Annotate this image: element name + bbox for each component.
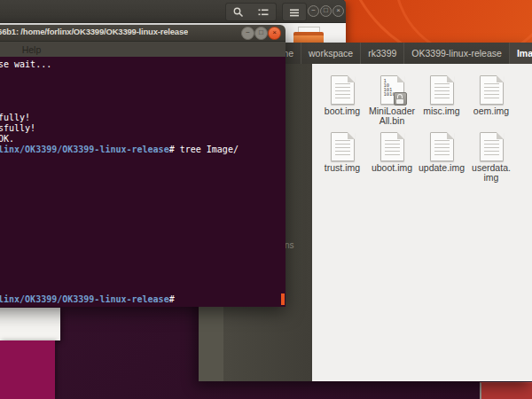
- window-fragment-red: [480, 382, 532, 399]
- document-file-icon: [331, 75, 355, 105]
- minimize-button[interactable]: −: [308, 5, 319, 17]
- document-file-icon: [480, 132, 504, 161]
- terminal-titlebar[interactable]: 566b1: /home/forlinx/OK3399/OK3399-linux…: [0, 25, 286, 42]
- file-oem.img[interactable]: oem.img: [466, 75, 516, 132]
- breadcrumb-image[interactable]: Image: [510, 43, 532, 64]
- desktop: − □ × Homeworkspacerk3399OK3399-linux-re…: [0, 0, 532, 399]
- terminal-output: se wait... fully!sfully!OK.linx/OK3399/O…: [0, 57, 286, 155]
- file-uboot.img[interactable]: uboot.img: [367, 132, 417, 189]
- list-view-button[interactable]: [251, 3, 277, 21]
- file-label: userdata.img: [466, 163, 516, 183]
- window-fragment-white: [0, 308, 60, 340]
- file-label: update.img: [417, 163, 466, 173]
- binary-file-icon: 1 10 101 1010: [380, 75, 404, 105]
- terminal-scrollbar-thumb[interactable]: [281, 293, 285, 305]
- breadcrumb-rk3399[interactable]: rk3399: [361, 43, 404, 64]
- document-file-icon: [430, 75, 454, 105]
- hamburger-menu-icon: [288, 6, 301, 19]
- document-file-icon: [380, 132, 404, 161]
- file-label: misc.img: [417, 106, 466, 116]
- rear-filemanager-headerbar[interactable]: − □ ×: [0, 0, 346, 23]
- file-label: trust.img: [317, 163, 367, 173]
- terminal-window: 566b1: /home/forlinx/OK3399/OK3399-linux…: [0, 25, 286, 306]
- file-label: oem.img: [466, 106, 516, 116]
- terminal-screen[interactable]: se wait... fully!sfully!OK.linx/OK3399/O…: [0, 57, 286, 307]
- document-file-icon: [480, 75, 504, 105]
- close-button[interactable]: ×: [332, 5, 344, 17]
- file-grid: boot.img1 10 101 1010MiniLoaderAll.binmi…: [312, 64, 532, 189]
- folder-icon[interactable]: [293, 27, 324, 43]
- file-MiniLoaderAll.bin[interactable]: 1 10 101 1010MiniLoaderAll.bin: [367, 75, 417, 132]
- file-label: uboot.img: [367, 163, 417, 173]
- document-file-icon: [430, 132, 454, 161]
- menu-help[interactable]: Help: [22, 44, 42, 55]
- file-list-area: boot.img1 10 101 1010MiniLoaderAll.binmi…: [312, 64, 532, 381]
- file-boot.img[interactable]: boot.img: [317, 75, 367, 132]
- list-view-icon: [257, 6, 270, 19]
- minimize-button[interactable]: −: [241, 27, 254, 40]
- search-icon: [232, 6, 245, 19]
- document-file-icon: [331, 132, 355, 161]
- breadcrumb-workspace[interactable]: workspace: [301, 43, 361, 64]
- maximize-button[interactable]: □: [254, 27, 268, 40]
- file-misc.img[interactable]: misc.img: [417, 75, 466, 132]
- search-button[interactable]: [225, 3, 252, 21]
- file-userdata.img[interactable]: userdata.img: [466, 132, 516, 189]
- app-menu-button[interactable]: [282, 3, 307, 21]
- sidebar-item[interactable]: ns: [285, 240, 294, 250]
- window-fragment-crimson: [0, 340, 55, 399]
- file-update.img[interactable]: update.img: [417, 132, 466, 189]
- close-button[interactable]: ×: [268, 27, 281, 40]
- maximize-button[interactable]: □: [320, 5, 332, 17]
- terminal-title: 566b1: /home/forlinx/OK3399/OK3399-linux…: [0, 27, 188, 36]
- wallpaper-orange: [344, 0, 532, 43]
- file-trust.img[interactable]: trust.img: [317, 132, 367, 189]
- file-label: MiniLoaderAll.bin: [367, 106, 417, 126]
- lock-emblem-icon: [394, 92, 407, 106]
- terminal-menubar: Terminal Help: [0, 42, 286, 57]
- terminal-prompt: linx/OK3399/OK3399-linux-release#: [0, 294, 175, 305]
- file-label: boot.img: [317, 106, 367, 116]
- breadcrumb-ok3399-linux-release[interactable]: OK3399-linux-release: [404, 43, 510, 64]
